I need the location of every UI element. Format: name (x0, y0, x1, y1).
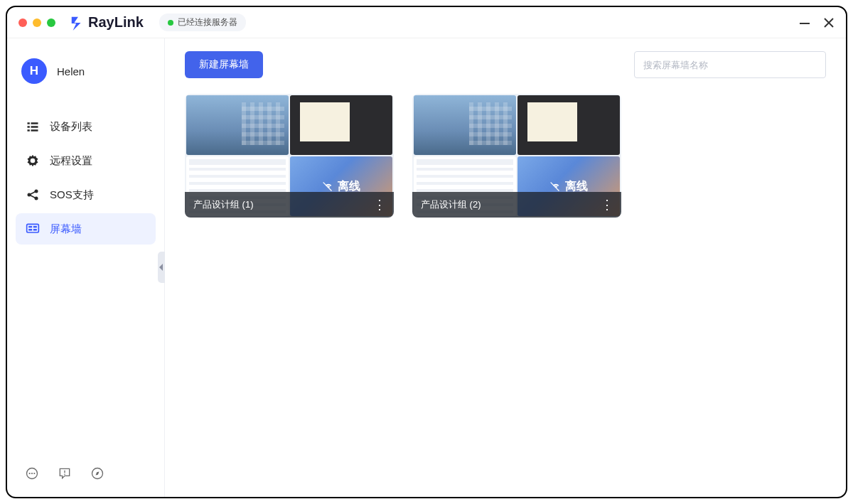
window-controls (799, 17, 835, 28)
nav: 设备列表 远程设置 SOS支持 (16, 111, 156, 245)
sidebar-item-label: 屏幕墙 (50, 222, 82, 236)
grid-monitor-icon (26, 222, 40, 236)
svg-rect-5 (27, 224, 39, 232)
compass-icon[interactable] (90, 466, 105, 481)
screenwall-grid: 离线 产品设计组 (1) ⋮ 离线 产品设 (185, 94, 826, 218)
sidebar-item-sos[interactable]: SOS支持 (16, 179, 156, 210)
screen-thumbnail (186, 95, 289, 155)
list-icon (26, 119, 40, 134)
card-footer: 产品设计组 (2) ⋮ (412, 192, 621, 218)
sidebar-item-label: 远程设置 (50, 154, 92, 168)
toolbar: 新建屏幕墙 (185, 51, 826, 78)
app-logo: RayLink (70, 14, 144, 31)
screen-thumbnail (517, 95, 620, 155)
sidebar: H Helen 设备列表 远程设置 (7, 38, 165, 497)
avatar: H (21, 58, 47, 84)
svg-point-1 (31, 159, 36, 163)
svg-rect-0 (800, 23, 810, 24)
user-profile[interactable]: H Helen (16, 58, 156, 101)
svg-point-11 (29, 473, 31, 474)
share-icon (26, 188, 40, 202)
svg-point-13 (33, 473, 35, 474)
screenwall-card[interactable]: 离线 产品设计组 (1) ⋮ (185, 94, 394, 218)
sidebar-collapse-handle[interactable] (158, 252, 165, 283)
maximize-window-button[interactable] (47, 18, 55, 27)
svg-rect-6 (28, 226, 32, 228)
svg-rect-9 (33, 229, 37, 231)
username: Helen (57, 65, 85, 77)
titlebar: RayLink 已经连接服务器 (7, 7, 846, 38)
sidebar-item-screenwall[interactable]: 屏幕墙 (16, 213, 156, 245)
create-screenwall-button[interactable]: 新建屏幕墙 (185, 51, 263, 78)
screen-thumbnail (414, 95, 516, 155)
offline-icon (322, 181, 333, 192)
svg-point-12 (31, 473, 33, 474)
connection-status: 已经连接服务器 (159, 14, 246, 31)
screenwall-card[interactable]: 离线 产品设计组 (2) ⋮ (412, 94, 621, 218)
sidebar-item-remote-settings[interactable]: 远程设置 (16, 145, 156, 176)
card-title: 产品设计组 (2) (421, 198, 481, 211)
sidebar-item-label: SOS支持 (50, 188, 94, 202)
offline-icon (549, 181, 561, 192)
sidebar-footer (16, 466, 156, 486)
close-icon[interactable] (823, 17, 835, 28)
close-window-button[interactable] (18, 18, 27, 27)
logo-icon (70, 15, 85, 31)
card-menu-button[interactable]: ⋮ (373, 197, 385, 213)
minimize-window-button[interactable] (33, 18, 41, 27)
app-name: RayLink (88, 14, 144, 31)
app-window: RayLink 已经连接服务器 H Helen (6, 6, 847, 498)
app-body: H Helen 设备列表 远程设置 (7, 38, 846, 497)
status-dot-icon (168, 20, 173, 26)
more-icon[interactable] (24, 466, 40, 481)
screen-thumbnail (290, 95, 392, 155)
status-text: 已经连接服务器 (178, 16, 237, 28)
sidebar-item-label: 设备列表 (50, 120, 92, 134)
feedback-icon[interactable] (57, 466, 73, 481)
minimize-icon[interactable] (799, 17, 810, 28)
card-footer: 产品设计组 (1) ⋮ (185, 192, 394, 218)
svg-rect-8 (28, 229, 32, 231)
svg-point-15 (64, 473, 65, 475)
sidebar-item-devices[interactable]: 设备列表 (16, 111, 156, 142)
gear-icon (26, 154, 40, 168)
traffic-lights (18, 18, 55, 27)
svg-rect-7 (33, 226, 37, 228)
main-content: 新建屏幕墙 离线 产品设计组 (1) ⋮ (165, 38, 846, 497)
search-input[interactable] (634, 51, 826, 78)
card-menu-button[interactable]: ⋮ (601, 197, 613, 213)
card-title: 产品设计组 (1) (193, 198, 254, 211)
